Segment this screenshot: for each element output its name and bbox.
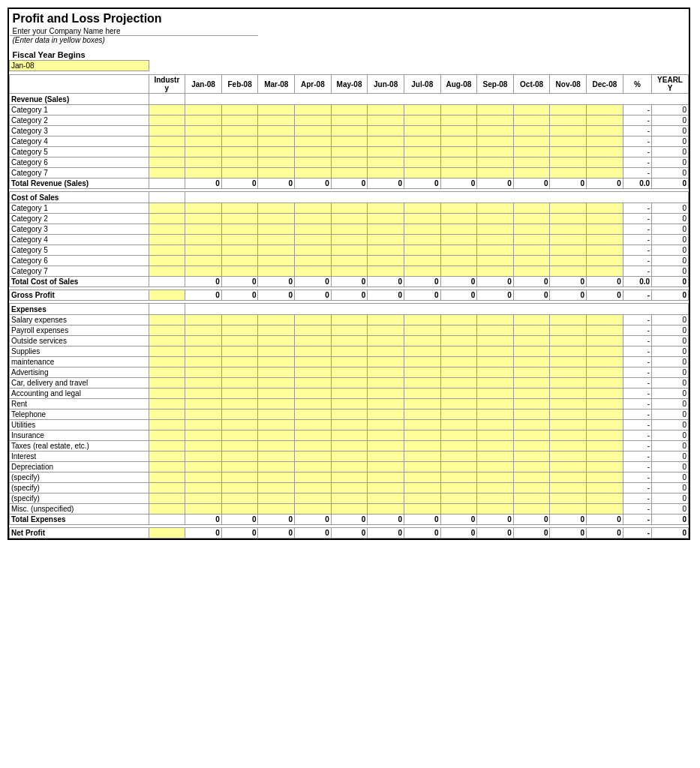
cos-cat5-label: Category 5	[10, 245, 149, 256]
cos-cat6-label: Category 6	[10, 256, 149, 266]
col-header-jan: Jan-08	[185, 75, 222, 94]
cos-row-3[interactable]: Category 3 -0	[10, 224, 689, 235]
col-header-jul: Jul-08	[404, 75, 440, 94]
cos-cat7-label: Category 7	[10, 266, 149, 277]
expense-salary-label: Salary expenses	[10, 315, 149, 326]
revenue-cat1-industry[interactable]	[149, 105, 185, 116]
revenue-section-header: Revenue (Sales)	[10, 94, 689, 105]
cos-row-2[interactable]: Category 2 -0	[10, 214, 689, 224]
expense-row-utilities[interactable]: Utilities -0	[10, 420, 689, 430]
revenue-cat6-label: Category 6	[10, 158, 149, 168]
fiscal-year-value-row[interactable]: Jan-08	[10, 61, 689, 71]
cos-row-7[interactable]: Category 7 -0	[10, 266, 689, 277]
expense-row-specify3[interactable]: (specify) -0	[10, 494, 689, 504]
expense-row-payroll[interactable]: Payroll expenses -0	[10, 326, 689, 336]
expense-specify1-label: (specify)	[10, 472, 149, 483]
expense-insurance-label: Insurance	[10, 430, 149, 441]
expense-row-outside[interactable]: Outside services -0	[10, 336, 689, 346]
total-revenue-row: Total Revenue (Sales) 000000000000 0.0 0	[10, 178, 689, 189]
spreadsheet: Profit and Loss Projection Enter your Co…	[8, 8, 690, 540]
expense-row-maintenance[interactable]: maintenance -0	[10, 357, 689, 368]
title-row: Profit and Loss Projection	[10, 9, 689, 27]
expense-outside-label: Outside services	[10, 336, 149, 346]
revenue-row-3[interactable]: Category 3 -0	[10, 126, 689, 136]
gross-profit-label: Gross Profit	[10, 290, 149, 301]
revenue-row-7[interactable]: Category 7 -0	[10, 168, 689, 178]
net-profit-label: Net Profit	[10, 528, 149, 538]
expense-interest-label: Interest	[10, 452, 149, 462]
col-header-may: May-08	[331, 75, 368, 94]
revenue-cat7-label: Category 7	[10, 168, 149, 178]
col-header-mar: Mar-08	[258, 75, 295, 94]
company-row: Enter your Company Name here	[10, 27, 689, 36]
col-header-nov: Nov-08	[550, 75, 587, 94]
expense-row-interest[interactable]: Interest -0	[10, 452, 689, 462]
revenue-cat4-label: Category 4	[10, 136, 149, 147]
cost-of-sales-label: Cost of Sales	[10, 192, 149, 203]
revenue-row-4[interactable]: Category 4 -0	[10, 136, 689, 147]
expense-row-rent[interactable]: Rent -0	[10, 399, 689, 410]
expense-maintenance-label: maintenance	[10, 357, 149, 368]
revenue-row-6[interactable]: Category 6 -0	[10, 158, 689, 168]
col-header-dec: Dec-08	[587, 75, 623, 94]
revenue-row-2[interactable]: Category 2 - 0	[10, 116, 689, 126]
revenue-cat1-label: Category 1	[10, 105, 149, 116]
expense-row-taxes[interactable]: Taxes (real estate, etc.) -0	[10, 441, 689, 452]
cos-row-5[interactable]: Category 5 -0	[10, 245, 689, 256]
revenue-row-5[interactable]: Category 5 -0	[10, 147, 689, 158]
expense-specify2-label: (specify)	[10, 483, 149, 494]
expense-taxes-label: Taxes (real estate, etc.)	[10, 441, 149, 452]
revenue-cat5-label: Category 5	[10, 147, 149, 158]
cos-cat1-label: Category 1	[10, 203, 149, 214]
expense-row-misc[interactable]: Misc. (unspecified) -0	[10, 504, 689, 514]
revenue-row-1[interactable]: Category 1 - 0	[10, 105, 689, 116]
fiscal-year-label-row: Fiscal Year Begins	[10, 49, 689, 61]
col-header-oct: Oct-08	[513, 75, 550, 94]
expense-car-label: Car, delivery and travel	[10, 378, 149, 388]
expense-row-specify1[interactable]: (specify) -0	[10, 472, 689, 483]
col-header-sep: Sep-08	[477, 75, 514, 94]
col-header-feb: Feb-08	[221, 75, 258, 94]
expense-misc-label: Misc. (unspecified)	[10, 504, 149, 514]
expenses-header-label: Expenses	[10, 304, 149, 315]
expense-supplies-label: Supplies	[10, 346, 149, 357]
expense-row-salary[interactable]: Salary expenses -0	[10, 315, 689, 326]
col-header-yearly: YEARLY	[652, 75, 689, 94]
fiscal-year-input[interactable]: Jan-08	[10, 61, 149, 71]
expenses-section-header: Expenses	[10, 304, 689, 315]
expense-row-accounting[interactable]: Accounting and legal -0	[10, 388, 689, 399]
expense-row-telephone[interactable]: Telephone -0	[10, 410, 689, 420]
expense-utilities-label: Utilities	[10, 420, 149, 430]
cos-cat2-label: Category 2	[10, 214, 149, 224]
expense-advertising-label: Advertising	[10, 368, 149, 378]
col-header-jun: Jun-08	[368, 75, 404, 94]
cos-cat4-label: Category 4	[10, 235, 149, 245]
total-revenue-label: Total Revenue (Sales)	[10, 178, 149, 189]
revenue-cat2-label: Category 2	[10, 116, 149, 126]
expense-rent-label: Rent	[10, 399, 149, 410]
cost-of-sales-header: Cost of Sales	[10, 192, 689, 203]
expense-row-supplies[interactable]: Supplies -0	[10, 346, 689, 357]
col-header-apr: Apr-08	[295, 75, 332, 94]
expense-row-depreciation[interactable]: Depreciation -0	[10, 462, 689, 472]
col-header-industry: Industry	[149, 75, 185, 94]
net-profit-row: Net Profit 000000000000 - 0	[10, 528, 689, 538]
total-cos-row: Total Cost of Sales 000000000000 0.0 0	[10, 277, 689, 287]
expense-row-insurance[interactable]: Insurance -0	[10, 430, 689, 441]
cos-row-1[interactable]: Category 1 -0	[10, 203, 689, 214]
col-header-aug: Aug-08	[440, 75, 477, 94]
revenue-header-label: Revenue (Sales)	[10, 94, 149, 105]
expense-row-car[interactable]: Car, delivery and travel -0	[10, 378, 689, 388]
revenue-cat3-label: Category 3	[10, 126, 149, 136]
expense-accounting-label: Accounting and legal	[10, 388, 149, 399]
cos-row-6[interactable]: Category 6 -0	[10, 256, 689, 266]
expense-row-specify2[interactable]: (specify) -0	[10, 483, 689, 494]
gross-profit-row: Gross Profit 000000000000 - 0	[10, 290, 689, 301]
data-prompt: (Enter data in yellow boxes)	[10, 36, 258, 45]
cos-cat3-label: Category 3	[10, 224, 149, 235]
col-header-pct: %	[623, 75, 651, 94]
company-prompt[interactable]: Enter your Company Name here	[10, 27, 258, 36]
expense-row-advertising[interactable]: Advertising -0	[10, 368, 689, 378]
fiscal-year-label: Fiscal Year Begins	[10, 49, 185, 61]
cos-row-4[interactable]: Category 4 -0	[10, 235, 689, 245]
